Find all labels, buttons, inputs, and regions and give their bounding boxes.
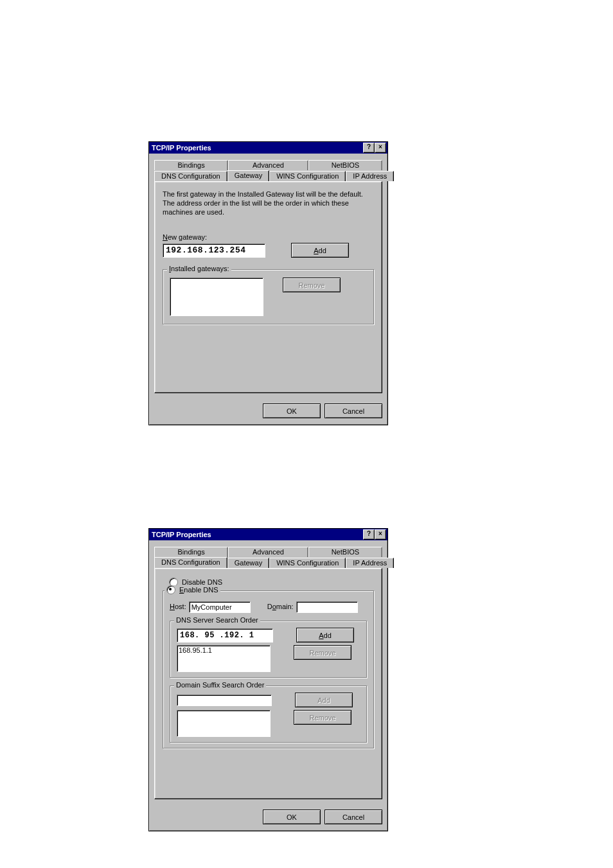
tab-panel-gateway: The first gateway in the Installed Gatew…	[154, 181, 382, 393]
tab-netbios[interactable]: NetBIOS	[308, 160, 382, 170]
content: Bindings Advanced NetBIOS DNS Configurat…	[149, 154, 387, 398]
radio-label: Enable DNS	[179, 586, 218, 594]
tab-row-back: Bindings Advanced NetBIOS	[154, 545, 382, 557]
tab-ip-address[interactable]: IP Address	[346, 558, 394, 568]
domain-label: Domain:	[267, 603, 294, 610]
new-gateway-row: 192.168.123.254 Add	[163, 243, 374, 258]
domain-suffix-group: Domain Suffix Search Order Add Remove	[170, 686, 367, 743]
host-label: Host:	[170, 603, 186, 610]
tab-advanced[interactable]: Advanced	[228, 547, 308, 557]
tab-gateway[interactable]: Gateway	[227, 170, 269, 181]
installed-gateways-group: Installed gateways: Remove	[163, 269, 374, 324]
description-text: The first gateway in the Installed Gatew…	[163, 190, 374, 217]
domain-input[interactable]	[296, 601, 358, 613]
tab-dns-configuration[interactable]: DNS Configuration	[154, 171, 227, 181]
dialog-gateway: TCP/IP Properties ? × Bindings Advanced …	[148, 141, 388, 425]
titlebar-buttons: ? ×	[363, 529, 386, 540]
domain-suffix-label: Domain Suffix Search Order	[174, 681, 266, 689]
dialog-footer: OK Cancel	[149, 804, 387, 831]
tab-netbios[interactable]: NetBIOS	[308, 547, 382, 557]
suffix-add-button: Add	[295, 693, 353, 707]
cancel-button[interactable]: Cancel	[324, 810, 382, 824]
content: Bindings Advanced NetBIOS DNS Configurat…	[149, 540, 387, 804]
suffix-remove-button: Remove	[294, 710, 351, 725]
titlebar: TCP/IP Properties ? ×	[149, 142, 387, 154]
tab-advanced[interactable]: Advanced	[228, 160, 308, 170]
radio-enable-dns[interactable]: Enable DNS	[166, 585, 218, 594]
dns-search-order-label: DNS Server Search Order	[174, 616, 260, 624]
dns-search-order-group: DNS Server Search Order 168. 95 .192. 1 …	[170, 621, 367, 678]
dialog-dns: TCP/IP Properties ? × Bindings Advanced …	[148, 528, 388, 831]
dns-remove-button: Remove	[294, 645, 351, 660]
titlebar-buttons: ? ×	[363, 143, 386, 153]
dialog-footer: OK Cancel	[149, 398, 387, 425]
installed-gateways-list[interactable]	[170, 278, 263, 316]
tab-wins-configuration[interactable]: WINS Configuration	[269, 171, 346, 181]
suffix-list[interactable]	[177, 710, 271, 737]
remove-button: Remove	[283, 278, 341, 292]
radio-enable-dns-legend: Enable DNS	[164, 585, 220, 596]
host-domain-row: Host: MyComputer Domain:	[170, 601, 367, 613]
ok-button[interactable]: OK	[263, 810, 321, 824]
suffix-input[interactable]	[177, 695, 272, 706]
new-gateway-input[interactable]: 192.168.123.254	[163, 244, 265, 258]
dns-add-button[interactable]: Add	[296, 628, 354, 642]
dns-server-input[interactable]: 168. 95 .192. 1	[177, 628, 273, 642]
radio-icon	[166, 585, 175, 594]
tabs: Bindings Advanced NetBIOS DNS Configurat…	[154, 545, 382, 569]
tab-gateway[interactable]: Gateway	[227, 558, 269, 568]
ok-button[interactable]: OK	[263, 403, 321, 418]
tab-panel-dns: Disable DNS Enable DNS Host: MyComputer …	[154, 568, 382, 799]
tab-ip-address[interactable]: IP Address	[346, 171, 394, 181]
installed-gateways-label: Installed gateways:	[167, 265, 231, 272]
dns-list-row: 168.95.1.1 Remove	[177, 645, 360, 672]
enable-dns-group: Enable DNS Host: MyComputer Domain: DNS …	[163, 590, 374, 748]
tabs: Bindings Advanced NetBIOS DNS Configurat…	[154, 159, 382, 182]
tab-row-front: DNS Configuration Gateway WINS Configura…	[154, 170, 382, 181]
dns-server-list[interactable]: 168.95.1.1	[177, 645, 271, 672]
close-button[interactable]: ×	[375, 143, 386, 153]
tab-dns-configuration[interactable]: DNS Configuration	[154, 557, 227, 568]
suffix-input-row: Add	[177, 693, 360, 707]
dns-input-row: 168. 95 .192. 1 Add	[177, 628, 360, 642]
tab-bindings[interactable]: Bindings	[154, 547, 228, 557]
window-title: TCP/IP Properties	[152, 531, 211, 538]
cancel-button[interactable]: Cancel	[324, 403, 382, 418]
tab-bindings[interactable]: Bindings	[154, 160, 228, 170]
tab-row-front: DNS Configuration Gateway WINS Configura…	[154, 556, 382, 568]
titlebar: TCP/IP Properties ? ×	[149, 529, 387, 540]
suffix-list-row: Remove	[177, 710, 360, 737]
close-button[interactable]: ×	[375, 529, 386, 540]
new-gateway-label: New gateway:	[163, 233, 207, 241]
add-button[interactable]: Add	[291, 243, 349, 258]
tab-row-back: Bindings Advanced NetBIOS	[154, 159, 382, 170]
host-input[interactable]: MyComputer	[189, 601, 251, 613]
tab-wins-configuration[interactable]: WINS Configuration	[269, 558, 346, 568]
help-button[interactable]: ?	[363, 143, 375, 153]
window-title: TCP/IP Properties	[152, 144, 211, 152]
help-button[interactable]: ?	[363, 529, 375, 540]
